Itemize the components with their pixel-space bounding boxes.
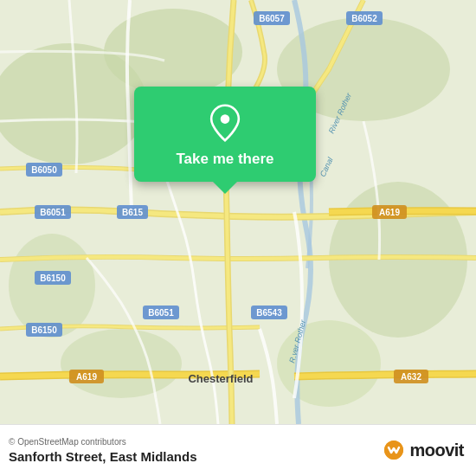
moovit-brand-text: moovit xyxy=(409,441,464,460)
svg-text:B6150: B6150 xyxy=(40,273,66,283)
svg-point-36 xyxy=(221,114,230,124)
svg-point-2 xyxy=(104,9,242,95)
svg-text:B6150: B6150 xyxy=(31,325,57,335)
svg-text:A619: A619 xyxy=(379,208,400,217)
navigation-popup[interactable]: Take me there xyxy=(134,87,316,182)
svg-text:A632: A632 xyxy=(401,372,421,382)
map-view: B6057 B6052 B6050 B6051 B615 A619 B6150 … xyxy=(0,0,476,424)
svg-text:B6052: B6052 xyxy=(351,14,377,23)
svg-text:B6051: B6051 xyxy=(40,208,66,217)
moovit-icon xyxy=(382,439,406,463)
svg-point-6 xyxy=(61,329,182,398)
svg-text:A619: A619 xyxy=(76,372,97,382)
bottom-bar: © OpenStreetMap contributors Sanforth St… xyxy=(0,424,476,476)
location-name: Sanforth Street, East Midlands xyxy=(9,449,197,464)
osm-attribution: © OpenStreetMap contributors xyxy=(9,437,197,447)
svg-text:B6050: B6050 xyxy=(31,165,57,175)
take-me-there-button[interactable]: Take me there xyxy=(176,151,273,168)
svg-text:B6057: B6057 xyxy=(259,14,285,23)
svg-text:B6543: B6543 xyxy=(256,308,282,318)
location-info: © OpenStreetMap contributors Sanforth St… xyxy=(9,437,197,464)
svg-text:Chesterfield: Chesterfield xyxy=(188,372,253,385)
location-pin-icon xyxy=(206,104,244,142)
svg-text:B6051: B6051 xyxy=(148,308,174,318)
svg-text:B615: B615 xyxy=(122,208,143,217)
svg-point-7 xyxy=(9,234,95,338)
moovit-logo: moovit xyxy=(382,439,464,463)
